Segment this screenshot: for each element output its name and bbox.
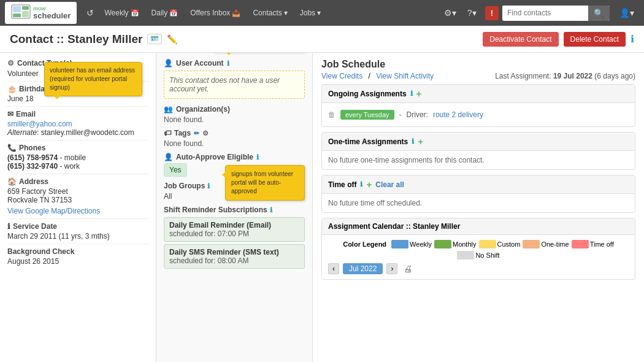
last-assignment-days: (6 days ago): [594, 72, 635, 80]
cal-print-icon[interactable]: 🖨: [404, 264, 412, 274]
onetime-add-icon[interactable]: +: [418, 136, 423, 147]
id-card-icon-btn[interactable]: 🪪: [147, 34, 162, 44]
email-alternate-value: stanley.miller@woodetc.com: [41, 128, 134, 137]
legend-timeoff-label: Time off: [590, 241, 614, 248]
phone2-type: work: [64, 162, 80, 171]
divider6: [7, 244, 148, 244]
cal-prev-btn[interactable]: ‹: [328, 263, 339, 274]
map-link[interactable]: View Google Map/Directions: [7, 207, 100, 215]
email-primary-link[interactable]: smiller@yahoo.com: [7, 120, 148, 128]
phone2-row: (615) 332-9740 - work: [7, 162, 148, 171]
ongoing-trash-icon[interactable]: 🗑: [328, 110, 335, 119]
org-label: Organization(s): [176, 105, 230, 114]
search-button[interactable]: 🔍: [588, 6, 610, 21]
ongoing-body: 🗑 every Tuesday - Driver: route 2 delive…: [322, 103, 635, 126]
alert-btn[interactable]: !: [485, 6, 499, 20]
logo-wrapper: mow scheduler: [5, 2, 77, 24]
calendar-nav: ‹ Jul 2022 › 🖨: [328, 263, 629, 274]
svg-rect-2: [13, 13, 21, 17]
legend-onetime-box: [523, 240, 540, 248]
reminder2-box: Daily SMS Reminder (SMS text) scheduled …: [164, 244, 305, 269]
user-account-info-icon: ℹ: [227, 60, 229, 67]
org-icon: 👥: [164, 105, 173, 114]
timeoff-add-icon[interactable]: +: [366, 179, 372, 190]
legend-timeoff-item: Time off: [572, 240, 614, 248]
contacts-dropdown[interactable]: Contacts ▾: [247, 6, 293, 20]
page-header: Contact :: Stanley Miller 🪪 ✏️ Deactivat…: [0, 26, 644, 53]
legend-monthly-item: Monthly: [434, 240, 477, 248]
jobs-label: Jobs: [300, 9, 315, 17]
gear-icon: ⚙: [444, 8, 452, 18]
calendar-icon: 📅: [131, 9, 139, 17]
reminder1-title: Daily Email Reminder (Email): [169, 221, 299, 229]
delete-contact-btn[interactable]: Delete Contact: [564, 32, 626, 47]
deactivate-contact-btn[interactable]: Deactivate Contact: [483, 32, 558, 47]
user-menu-btn[interactable]: 👤▾: [615, 5, 639, 21]
weekly-btn[interactable]: Weekly 📅: [99, 6, 144, 20]
logo-icon: [11, 4, 31, 21]
phone1-type: mobile: [64, 153, 86, 162]
shift-reminders-label: Shift Reminder Subscriptions: [164, 206, 267, 214]
cal-next-btn[interactable]: ›: [386, 263, 397, 274]
view-shift-link[interactable]: View Shift Activity: [376, 72, 434, 80]
job-groups-info-icon: ℹ: [207, 182, 210, 190]
job-schedule-header: Job Schedule View Credits / View Shift A…: [321, 59, 635, 80]
legend-custom-label: Custom: [497, 241, 521, 248]
user-account-header: 👤 User Account ℹ: [164, 59, 305, 67]
svg-rect-1: [13, 6, 21, 12]
address-line2: Rockvale TN 37153: [7, 196, 148, 204]
legend-onetime-label: One-time: [541, 241, 569, 248]
legend-weekly-item: Weekly: [391, 240, 432, 248]
page-title: Contact :: Stanley Miller: [10, 33, 142, 46]
tags-header: 🏷 Tags ✏ ⚙: [164, 129, 305, 137]
timeoff-info-icon: ℹ: [360, 180, 362, 188]
offers-inbox-btn[interactable]: Offers Inbox 📥: [185, 6, 246, 20]
tags-edit-icon[interactable]: ✏: [194, 129, 199, 137]
tags-section: 🏷 Tags ✏ ⚙ None found.: [164, 129, 305, 148]
legend-noshift-label: No Shift: [475, 252, 499, 259]
offers-inbox-label: Offers Inbox: [190, 9, 230, 17]
refresh-btn[interactable]: ↺: [83, 5, 98, 21]
onetime-label: One-time Assignments: [328, 137, 408, 146]
calendar-title: Assignment Calendar :: Stanley Miller: [328, 222, 460, 231]
last-assignment: Last Assignment: 19 Jul 2022 (6 days ago…: [495, 72, 635, 80]
cal-month-badge: Jul 2022: [343, 263, 383, 274]
birthday-icon: 🎂: [7, 85, 17, 93]
help-btn[interactable]: ?▾: [462, 5, 481, 21]
driver-label: Driver:: [407, 110, 428, 119]
auto-approve-icon: 👤: [164, 153, 173, 161]
legend-noshift-item: No Shift: [457, 251, 499, 260]
jobs-dropdown[interactable]: Jobs ▾: [294, 6, 326, 20]
ongoing-label: Ongoing Assignments: [328, 90, 407, 98]
timeoff-section: Time off ℹ + Clear all No future time of…: [321, 175, 635, 213]
help-circle-icon: ℹ: [631, 33, 634, 45]
jobs-chevron-icon: ▾: [317, 9, 321, 17]
auto-approve-value: Yes: [169, 166, 182, 174]
daily-btn[interactable]: Daily 📅: [146, 6, 184, 20]
legend-weekly-box: [391, 240, 408, 248]
onetime-assignments-section: One-time Assignments ℹ + No future one-t…: [321, 132, 635, 170]
driver-link[interactable]: route 2 delivery: [433, 110, 483, 119]
phone-icon: 📞: [7, 144, 17, 152]
bg-check-section: Background Check August 26 2015: [7, 247, 148, 266]
settings-btn[interactable]: ⚙▾: [439, 5, 461, 21]
svg-rect-3: [22, 6, 29, 10]
address-line1: 659 Factory Street: [7, 187, 148, 196]
ongoing-add-icon[interactable]: +: [416, 88, 422, 99]
alternate-label: Alternate: [7, 128, 37, 137]
user-icon: 👤: [619, 8, 630, 18]
timeoff-label: Time off: [328, 180, 356, 189]
auto-approve-label: Auto-Approve Eligible: [176, 153, 253, 161]
tags-gear-icon[interactable]: ⚙: [202, 129, 209, 137]
divider2: [7, 106, 148, 107]
shift-reminders-section: Shift Reminder Subscriptions ℹ Daily Ema…: [164, 206, 305, 269]
divider3: [7, 140, 148, 141]
view-credits-link[interactable]: View Credits: [321, 72, 362, 80]
auto-approve-callout: signups from volunteer portal will be au…: [225, 165, 305, 201]
contacts-label: Contacts: [253, 9, 282, 17]
onetime-body: No future one-time assignments for this …: [322, 151, 635, 169]
timeoff-clear-link[interactable]: Clear all: [375, 180, 404, 189]
ongoing-header: Ongoing Assignments ℹ +: [322, 85, 635, 103]
edit-icon-btn[interactable]: ✏️: [167, 34, 177, 44]
search-input[interactable]: [502, 6, 588, 20]
